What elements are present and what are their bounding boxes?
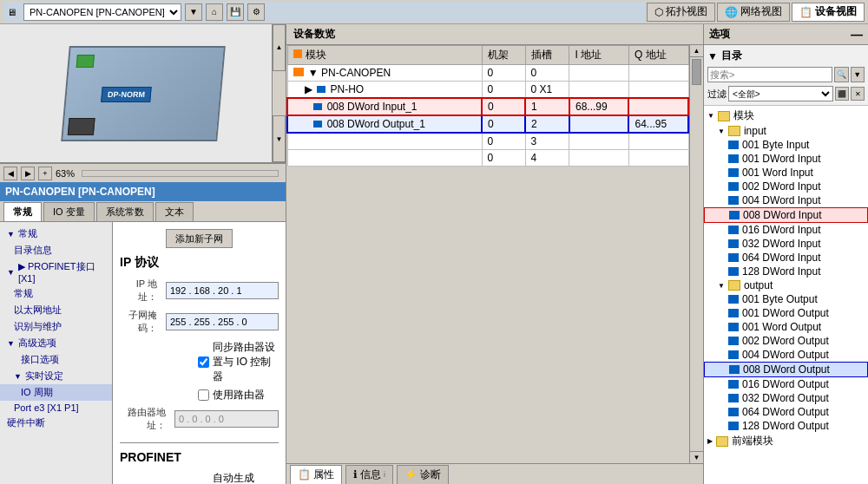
- nav-iface-opts[interactable]: 接口选项: [0, 351, 112, 368]
- sub-icon: [317, 86, 326, 93]
- filter-select[interactable]: <全部>: [728, 86, 833, 101]
- tab-sys-const[interactable]: 系统常数: [96, 202, 154, 221]
- scroll-down-arrow[interactable]: ▼: [273, 115, 286, 162]
- tree-item[interactable]: 001 Word Output: [704, 320, 868, 334]
- tree-item[interactable]: 001 Word Input: [704, 166, 868, 180]
- tree-folder-input[interactable]: ▼ input: [704, 124, 868, 138]
- device-selector[interactable]: PN-CANOPEN [PN-CANOPEN]: [23, 3, 181, 21]
- tree-item[interactable]: 001 DWord Input: [704, 152, 868, 166]
- scrollbar-up[interactable]: ▲: [690, 45, 703, 57]
- tab-diag[interactable]: ⚡ 诊断: [397, 465, 449, 484]
- zoom-slider[interactable]: [82, 170, 279, 177]
- zoom-forward-btn[interactable]: ▶: [21, 167, 35, 180]
- use-router-checkbox[interactable]: [198, 389, 209, 401]
- nav-dir-info[interactable]: 目录信息: [0, 242, 112, 258]
- tree-item[interactable]: 064 DWord Input: [704, 251, 868, 265]
- device-visual: DP-NORM: [56, 37, 230, 150]
- tab-io-vars[interactable]: IO 变量: [43, 202, 95, 221]
- nav-pn-general[interactable]: 常规: [0, 285, 112, 302]
- tree-item[interactable]: 032 DWord Output: [704, 391, 868, 405]
- tree-item[interactable]: 128 DWord Input: [704, 265, 868, 278]
- subnet-input[interactable]: [166, 313, 279, 330]
- nav-io-cycle[interactable]: IO 周期: [0, 384, 112, 401]
- scroll-up-arrow[interactable]: ▲: [273, 24, 286, 71]
- col-i-addr: I 地址: [569, 46, 628, 65]
- config-btn[interactable]: ⚙: [247, 3, 265, 21]
- tree-item[interactable]: 002 DWord Output: [704, 334, 868, 348]
- device-view-btn[interactable]: 📋 设备视图: [792, 3, 865, 22]
- dropdown-arrow-btn[interactable]: ▼: [185, 3, 202, 21]
- module-icon: [728, 323, 739, 331]
- search-btn[interactable]: 🔍: [834, 67, 849, 82]
- nav-profinet-header[interactable]: ▼▶ PROFINET接口 [X1]: [0, 258, 112, 285]
- tree-item[interactable]: 004 DWord Input: [704, 193, 868, 207]
- tree-item[interactable]: 004 DWord Output: [704, 348, 868, 362]
- module-icon: [728, 168, 739, 177]
- tab-properties[interactable]: 📋 属性: [290, 465, 342, 484]
- tree-item-008-dword-input[interactable]: 008 DWord Input: [704, 207, 868, 223]
- close-panel-btn[interactable]: —: [851, 29, 863, 41]
- tree-item[interactable]: 016 DWord Output: [704, 377, 868, 391]
- tab-general[interactable]: 常规: [3, 202, 42, 221]
- table-row[interactable]: 0 4: [287, 150, 688, 167]
- zoom-in-btn[interactable]: +: [38, 167, 52, 180]
- search-input[interactable]: [707, 67, 832, 82]
- nav-port-e3[interactable]: Port e3 [X1 P1]: [0, 401, 112, 415]
- tree-item-008-dword-output[interactable]: 008 DWord Output: [704, 362, 868, 377]
- home-btn[interactable]: ⌂: [206, 3, 223, 21]
- router-input[interactable]: [174, 410, 279, 428]
- table-row[interactable]: ▶ PN-HO 0 0 X1: [287, 82, 688, 99]
- tree-item[interactable]: 016 DWord Input: [704, 223, 868, 237]
- tree-item[interactable]: 002 DWord Input: [704, 180, 868, 193]
- tree-folder-modules[interactable]: ▼ 模块: [704, 108, 868, 124]
- nav-hw-int[interactable]: 硬件中断: [0, 415, 112, 431]
- nav-realtime[interactable]: ▼实时设定: [0, 368, 112, 384]
- tab-text[interactable]: 文本: [155, 202, 194, 221]
- props-nav: ▼常规 目录信息 ▼▶ PROFINET接口 [X1] 常规 以太网地址 识别与…: [0, 222, 113, 484]
- sync-router-checkbox[interactable]: [198, 356, 209, 368]
- filter-expand-btn[interactable]: ⬛: [835, 87, 849, 101]
- filter-close-btn[interactable]: ✕: [851, 87, 865, 101]
- tree-item[interactable]: 001 Byte Input: [704, 138, 868, 152]
- table-row[interactable]: 0 3: [287, 133, 688, 150]
- network-view-btn[interactable]: 🌐 网络视图: [717, 3, 790, 22]
- module-icon: [728, 253, 739, 262]
- sync-router-row: 同步路由器设置与 IO 控制器: [198, 340, 279, 384]
- scrollbar-down[interactable]: ▼: [690, 451, 703, 463]
- module-icon: [729, 211, 740, 219]
- nav-advanced[interactable]: ▼高级选项: [0, 335, 112, 351]
- nav-id-maint[interactable]: 识别与维护: [0, 318, 112, 335]
- scrollbar-track: [690, 87, 703, 451]
- table-row[interactable]: ▼ PN-CANOPEN 0 0: [287, 65, 688, 82]
- view-buttons: ⬡ 拓扑视图 🌐 网络视图 📋 设备视图: [647, 3, 865, 22]
- nav-eth-addr[interactable]: 以太网地址: [0, 302, 112, 318]
- table-scroll-area[interactable]: 模块 机架 插槽 I 地址 Q 地址 ▼ PN-CANOPEN: [286, 45, 689, 463]
- tab-info[interactable]: ℹ 信息 i: [345, 465, 393, 484]
- module-icon: [728, 394, 739, 402]
- zoom-back-btn[interactable]: ◀: [3, 167, 17, 180]
- table-row-input[interactable]: 008 DWord Input_1 0 1 68...99: [287, 98, 688, 115]
- col-rack: 机架: [482, 46, 525, 65]
- center-panel: 设备数览 模块 机架 插槽 I 地址 Q 地址: [286, 24, 703, 484]
- tree-item[interactable]: 001 Byte Output: [704, 292, 868, 306]
- tree-item[interactable]: 064 DWord Output: [704, 405, 868, 419]
- ip-input[interactable]: [166, 282, 279, 299]
- tree-item[interactable]: 032 DWord Input: [704, 237, 868, 251]
- tree-folder-frontend[interactable]: ▶ 前端模块: [704, 433, 868, 449]
- save-btn[interactable]: 💾: [227, 3, 244, 21]
- table-scrollbar[interactable]: ▲ ▼: [689, 45, 703, 463]
- auto-name-row: 自动生成 PROFINET 设备名称: [198, 471, 279, 484]
- ip-row: IP 地址：: [120, 278, 279, 304]
- search-options-btn[interactable]: ▼: [851, 67, 865, 82]
- tree-item[interactable]: 128 DWord Output: [704, 419, 868, 433]
- diag-icon: ⚡: [404, 468, 418, 481]
- tree-folder-output[interactable]: ▼ output: [704, 278, 868, 292]
- table-row-output[interactable]: 008 DWord Output_1 0 2 64...95: [287, 115, 688, 133]
- topology-view-btn[interactable]: ⬡ 拓扑视图: [647, 3, 715, 22]
- tree-item[interactable]: 001 DWord Output: [704, 306, 868, 320]
- right-panel: 选项 — ▼ 目录 🔍 ▼ 过滤 <全部> ⬛ ✕: [703, 24, 868, 484]
- nav-general[interactable]: ▼常规: [0, 226, 112, 242]
- scrollbar-thumb[interactable]: [692, 59, 701, 85]
- top-bar: 🖥 PN-CANOPEN [PN-CANOPEN] ▼ ⌂ 💾 ⚙ ⬡ 拓扑视图…: [0, 0, 868, 24]
- add-subnet-btn[interactable]: 添加新子网: [166, 229, 233, 248]
